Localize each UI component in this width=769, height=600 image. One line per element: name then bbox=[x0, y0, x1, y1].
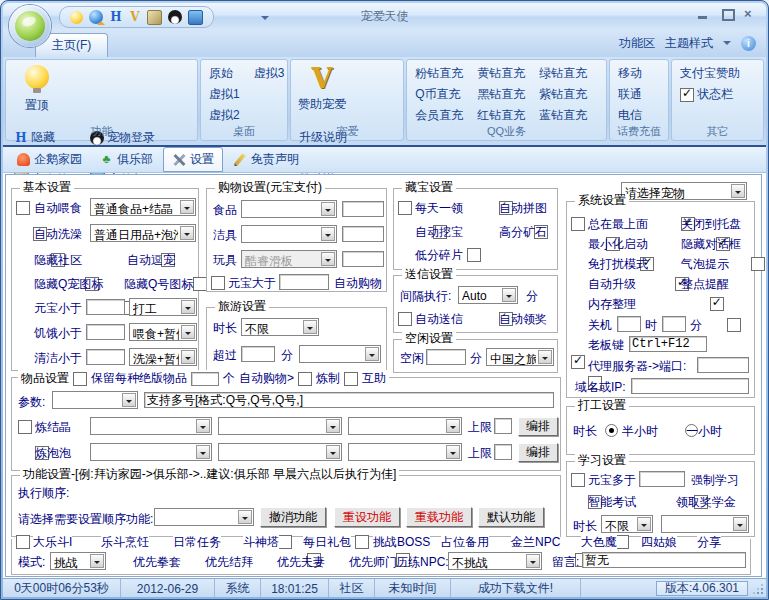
bubble-select-1[interactable] bbox=[90, 443, 212, 461]
dropdown-arrow-icon[interactable] bbox=[122, 393, 136, 407]
study-duration-select[interactable]: 不限 bbox=[601, 515, 653, 533]
travel-over-input[interactable] bbox=[241, 346, 275, 362]
travel-action-select[interactable] bbox=[299, 345, 381, 363]
ribbon-item-yellow-diamond[interactable]: 黄钻直充 bbox=[474, 63, 528, 84]
reload-function-button[interactable]: 重载功能 bbox=[406, 507, 472, 527]
cleanser-select[interactable] bbox=[241, 225, 337, 243]
bubble-select-2[interactable] bbox=[218, 443, 342, 461]
dropdown-arrow-icon[interactable] bbox=[181, 300, 195, 314]
proxy-port-input[interactable] bbox=[697, 357, 749, 373]
shutdown-checkbox[interactable] bbox=[727, 318, 741, 332]
npc-select[interactable]: 不挑战 bbox=[448, 552, 542, 570]
always-on-top-checkbox[interactable] bbox=[571, 217, 585, 231]
theme-style-button[interactable]: 主题样式 bbox=[665, 35, 713, 52]
ribbon-item-original[interactable]: 原始 bbox=[206, 63, 243, 84]
boss-key-checkbox[interactable] bbox=[571, 355, 585, 369]
clean-low-action-select[interactable]: 洗澡+暂停 bbox=[129, 348, 197, 366]
dropdown-arrow-icon[interactable] bbox=[181, 325, 195, 339]
ribbon-item-virtual3[interactable]: 虚拟3 bbox=[251, 63, 288, 84]
yuanbao-many-input[interactable] bbox=[639, 471, 685, 487]
hunger-low-input[interactable] bbox=[86, 324, 125, 340]
dropdown-arrow-icon[interactable] bbox=[303, 320, 317, 334]
crystal-limit-input[interactable] bbox=[494, 418, 512, 434]
bubble-arrange-button[interactable]: 编排 bbox=[518, 443, 558, 462]
mutual-help-checkbox[interactable] bbox=[344, 372, 358, 386]
sponsor-bigbutton[interactable]: 赞助宠爱 bbox=[296, 63, 348, 127]
bubble-tip-checkbox[interactable] bbox=[751, 257, 765, 271]
domain-input[interactable] bbox=[631, 378, 749, 394]
ribbon-item-black-diamond[interactable]: 黑钻直充 bbox=[474, 84, 528, 105]
yuanbao-low-input[interactable] bbox=[86, 299, 125, 315]
hunger-low-action-select[interactable]: 喂食+暂停 bbox=[129, 323, 197, 341]
dropdown-arrow-icon[interactable] bbox=[502, 288, 516, 302]
ribbon-item-red-diamond[interactable]: 红钻直充 bbox=[474, 105, 528, 126]
dropdown-arrow-icon[interactable] bbox=[181, 350, 195, 364]
dropdown-arrow-icon[interactable] bbox=[538, 350, 552, 364]
cleanser-qty-input[interactable] bbox=[342, 226, 384, 242]
auto-bathe-select[interactable]: 普通日用品+泡泡 bbox=[90, 224, 196, 242]
ribbon-item-virtual1[interactable]: 虚拟1 bbox=[206, 84, 243, 105]
pet-selector[interactable]: 请选择宠物 bbox=[621, 182, 747, 200]
half-hour-radio[interactable] bbox=[605, 424, 618, 437]
ribbon-item-pink-diamond[interactable]: 粉钻直充 bbox=[412, 63, 466, 84]
ribbon-item-member[interactable]: 会员直充 bbox=[412, 105, 466, 126]
idle-minutes-input[interactable] bbox=[426, 349, 466, 365]
function-area-button[interactable]: 功能区 bbox=[619, 35, 655, 52]
battle-checkbox[interactable] bbox=[355, 535, 369, 549]
toy-qty-input[interactable] bbox=[342, 251, 384, 267]
ribbon-item-telecom[interactable]: 电信 bbox=[615, 105, 663, 126]
battle-checkbox[interactable] bbox=[278, 535, 292, 549]
crystal-select-3[interactable] bbox=[348, 417, 462, 435]
hide-q-icon-checkbox[interactable] bbox=[193, 277, 207, 291]
memory-cleanup-checkbox[interactable] bbox=[710, 297, 724, 311]
dropdown-arrow-icon[interactable] bbox=[733, 517, 747, 531]
dropdown-arrow-icon[interactable] bbox=[526, 554, 540, 568]
food-qty-input[interactable] bbox=[342, 201, 384, 217]
bubble-select-3[interactable] bbox=[348, 443, 462, 461]
clean-low-input[interactable] bbox=[86, 349, 125, 365]
dropdown-arrow-icon[interactable] bbox=[326, 419, 340, 433]
ribbon-item-unicom[interactable]: 联通 bbox=[615, 84, 663, 105]
battle-checkbox[interactable] bbox=[615, 535, 629, 549]
yuanbao-many-checkbox[interactable] bbox=[571, 473, 585, 487]
shutdown-hour-input[interactable] bbox=[617, 316, 641, 332]
keep-count-input[interactable] bbox=[191, 372, 219, 386]
bubble-limit-input[interactable] bbox=[494, 444, 512, 460]
daily-claim-checkbox[interactable] bbox=[398, 201, 412, 215]
boss-key-input[interactable] bbox=[629, 336, 707, 352]
theme-dropdown-icon[interactable] bbox=[723, 41, 731, 49]
ribbon-item-qcoin[interactable]: Q币直充 bbox=[412, 84, 466, 105]
travel-duration-select[interactable]: 不限 bbox=[241, 318, 319, 336]
pin-top-bigbutton[interactable]: 置顶 bbox=[11, 63, 63, 127]
default-function-button[interactable]: 默认功能 bbox=[478, 507, 544, 527]
toolbar-item-club[interactable]: 俱乐部 bbox=[92, 148, 161, 171]
dropdown-arrow-icon[interactable] bbox=[90, 554, 104, 568]
auto-feed-checkbox[interactable] bbox=[16, 201, 30, 215]
param-select[interactable] bbox=[52, 391, 138, 409]
ribbon-item-mobile[interactable]: 移动 bbox=[615, 63, 663, 84]
dropdown-arrow-icon[interactable] bbox=[196, 419, 210, 433]
auto-send-checkbox[interactable] bbox=[398, 312, 412, 326]
idle-action-select[interactable]: 中国之旅 bbox=[486, 348, 554, 366]
ribbon-item-alipay-sponsor[interactable]: 支付宝赞助 bbox=[677, 63, 758, 84]
ribbon-item-blue-diamond[interactable]: 蓝钻直充 bbox=[536, 105, 590, 126]
refine-crystal-checkbox[interactable] bbox=[18, 420, 32, 434]
order-function-select[interactable] bbox=[154, 508, 254, 526]
app-orb-button[interactable] bbox=[9, 5, 51, 47]
dropdown-arrow-icon[interactable] bbox=[731, 184, 745, 198]
refine-checkbox[interactable] bbox=[298, 372, 312, 386]
yuanbao-low-action-select[interactable]: 打工 bbox=[129, 298, 197, 316]
toolbar-item-penguin-home[interactable]: 企鹅家园 bbox=[9, 148, 90, 171]
dropdown-arrow-icon[interactable] bbox=[180, 200, 194, 214]
dropdown-arrow-icon[interactable] bbox=[326, 445, 340, 459]
study-subject-select[interactable] bbox=[661, 515, 749, 533]
reset-function-button[interactable]: 重设功能 bbox=[334, 507, 400, 527]
close-button[interactable]: × bbox=[744, 8, 758, 20]
shutdown-minute-input[interactable] bbox=[662, 316, 686, 332]
keep-items-checkbox[interactable] bbox=[73, 372, 87, 386]
dropdown-arrow-icon[interactable] bbox=[446, 445, 460, 459]
resize-grip[interactable] bbox=[752, 583, 764, 595]
dropdown-arrow-icon[interactable] bbox=[446, 419, 460, 433]
dropdown-arrow-icon[interactable] bbox=[180, 226, 194, 240]
yuanbao-high-input[interactable] bbox=[279, 274, 329, 290]
